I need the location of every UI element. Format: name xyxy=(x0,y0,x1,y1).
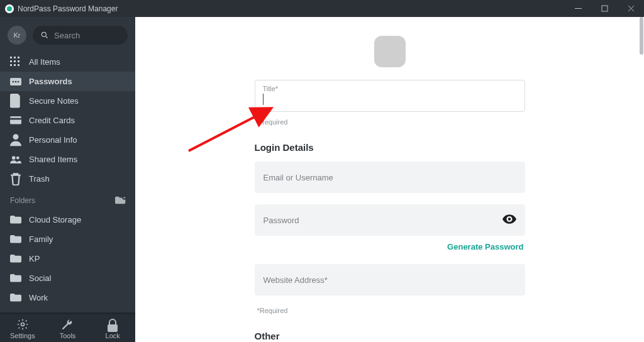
sidebar-item-shared-items[interactable]: Shared Items xyxy=(0,150,135,169)
folder-label: Family xyxy=(29,234,53,244)
svg-rect-0 xyxy=(602,6,608,11)
email-field[interactable]: Email or Username xyxy=(255,162,525,193)
folder-icon xyxy=(10,273,21,284)
svg-point-18 xyxy=(12,156,16,160)
settings-button[interactable]: Settings xyxy=(1,318,45,339)
title-field-label: Title* xyxy=(263,85,517,92)
titlebar: NordPass Password Manager xyxy=(0,0,644,17)
folder-label: Cloud Storage xyxy=(29,215,81,224)
people-icon xyxy=(10,154,21,165)
section-login-details: Login Details xyxy=(255,142,525,153)
lock-icon xyxy=(106,318,119,331)
svg-point-14 xyxy=(18,80,19,82)
svg-rect-15 xyxy=(10,116,21,124)
text-caret xyxy=(263,94,264,105)
svg-rect-9 xyxy=(14,64,16,66)
folder-item[interactable]: Social xyxy=(0,268,135,288)
gear-icon xyxy=(16,318,29,331)
wrench-icon xyxy=(61,318,74,331)
svg-point-17 xyxy=(13,135,19,140)
svg-rect-6 xyxy=(14,60,16,62)
person-icon xyxy=(10,135,21,146)
new-folder-icon[interactable] xyxy=(115,196,126,205)
card-icon xyxy=(10,115,21,126)
website-field[interactable]: Website Address* xyxy=(255,264,525,295)
svg-rect-16 xyxy=(10,118,21,120)
avatar[interactable]: Kr xyxy=(8,26,26,45)
sidebar-item-label: Shared Items xyxy=(29,155,77,164)
close-button[interactable] xyxy=(618,0,644,17)
lock-button[interactable]: Lock xyxy=(91,318,135,339)
required-hint: *Required xyxy=(257,118,525,126)
svg-point-19 xyxy=(16,157,19,160)
svg-point-23 xyxy=(508,218,510,220)
folder-label: Work xyxy=(29,293,48,302)
required-hint: *Required xyxy=(257,307,525,314)
generate-password-link[interactable]: Generate Password xyxy=(255,242,524,251)
note-icon xyxy=(10,96,21,107)
svg-rect-5 xyxy=(10,60,12,62)
svg-rect-10 xyxy=(18,64,19,66)
sidebar: Kr Search All Items Passwords Secure Not… xyxy=(0,17,135,342)
folder-icon xyxy=(10,292,21,304)
folder-icon xyxy=(10,214,21,226)
tools-button[interactable]: Tools xyxy=(45,318,89,339)
sidebar-item-label: All Items xyxy=(29,57,60,67)
section-other: Other xyxy=(255,331,525,341)
eye-icon[interactable] xyxy=(502,214,516,226)
sidebar-item-passwords[interactable]: Passwords xyxy=(0,72,135,91)
folder-label: Social xyxy=(29,273,51,283)
minimize-button[interactable] xyxy=(565,0,591,17)
tools-label: Tools xyxy=(60,332,76,339)
folders-header-label: Folders xyxy=(10,196,35,205)
svg-point-13 xyxy=(15,80,17,82)
website-placeholder: Website Address* xyxy=(264,275,328,285)
sidebar-item-secure-notes[interactable]: Secure Notes xyxy=(0,91,135,111)
folder-item[interactable]: Cloud Storage xyxy=(0,210,135,229)
svg-rect-4 xyxy=(18,57,19,58)
svg-point-1 xyxy=(42,32,46,36)
settings-label: Settings xyxy=(10,332,35,339)
item-icon-placeholder[interactable] xyxy=(374,36,406,67)
window-title: NordPass Password Manager xyxy=(18,4,118,13)
password-icon xyxy=(10,76,21,87)
sidebar-item-label: Trash xyxy=(29,174,50,184)
sidebar-item-trash[interactable]: Trash xyxy=(0,169,135,189)
search-input[interactable]: Search xyxy=(33,26,128,45)
password-placeholder: Password xyxy=(264,216,299,225)
svg-rect-3 xyxy=(14,57,16,58)
password-field[interactable]: Password xyxy=(255,204,525,236)
folder-item[interactable]: KP xyxy=(0,249,135,268)
email-placeholder: Email or Username xyxy=(264,173,333,182)
grid-icon xyxy=(10,57,21,68)
folder-item[interactable]: Work xyxy=(0,288,135,307)
folder-icon xyxy=(10,234,21,245)
main-content: Title* *Required Login Details Email or … xyxy=(135,17,644,342)
svg-rect-2 xyxy=(10,57,12,58)
app-logo-icon xyxy=(5,4,14,13)
svg-point-12 xyxy=(13,80,14,82)
svg-rect-7 xyxy=(18,60,19,62)
title-field[interactable]: Title* xyxy=(255,80,525,112)
folder-label: KP xyxy=(29,254,40,263)
maximize-button[interactable] xyxy=(591,0,618,17)
search-placeholder: Search xyxy=(54,31,80,40)
lock-label: Lock xyxy=(106,332,120,339)
sidebar-item-personal-info[interactable]: Personal Info xyxy=(0,130,135,150)
scrollbar-thumb[interactable] xyxy=(640,17,643,55)
sidebar-item-label: Secure Notes xyxy=(29,96,79,106)
svg-rect-8 xyxy=(10,64,12,66)
svg-point-21 xyxy=(21,323,24,326)
sidebar-item-label: Passwords xyxy=(29,77,72,86)
folder-icon xyxy=(10,253,21,265)
folder-item[interactable]: Family xyxy=(0,229,135,249)
sidebar-item-label: Personal Info xyxy=(29,135,77,145)
sidebar-item-credit-cards[interactable]: Credit Cards xyxy=(0,111,135,130)
svg-rect-22 xyxy=(108,324,118,332)
sidebar-item-all-items[interactable]: All Items xyxy=(0,52,135,72)
trash-icon xyxy=(10,174,21,185)
folders-header: Folders xyxy=(0,189,135,207)
sidebar-item-label: Credit Cards xyxy=(29,116,75,125)
search-icon xyxy=(40,31,49,40)
